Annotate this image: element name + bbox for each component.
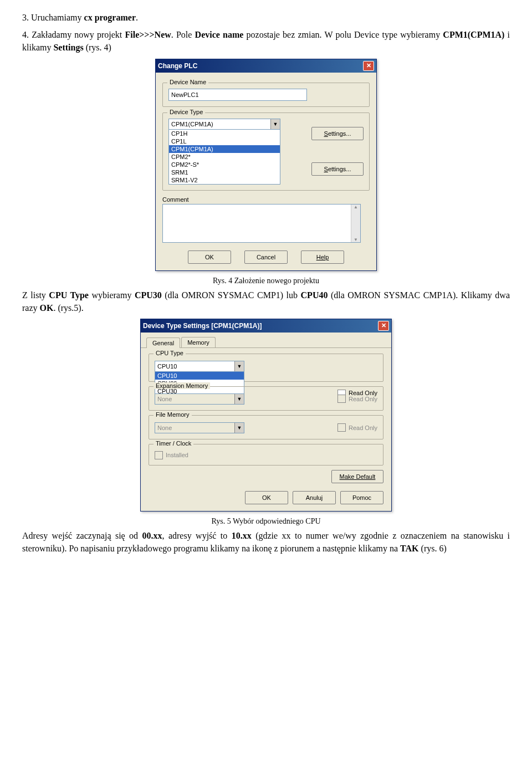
text: (dla OMRON SYSMAC CMP1) lub — [162, 290, 301, 300]
installed-checkbox — [155, 451, 163, 459]
ok-button[interactable]: OK — [188, 250, 231, 264]
list-item[interactable]: CP1H — [169, 130, 280, 137]
bold-text: 00.xx — [142, 531, 162, 540]
bold-text: TAK — [400, 544, 418, 553]
list-item[interactable]: SRM1 — [169, 168, 280, 176]
checkbox-label: Read Only — [349, 425, 377, 431]
read-only-checkbox-file — [337, 423, 346, 432]
group-label: Device Type — [167, 109, 205, 115]
device-type-group: Device Type CPM1(CPM1A) ▼ CP1H CP1L CPM1… — [162, 112, 370, 191]
text: . (rys.5). — [53, 303, 83, 313]
close-icon[interactable]: ✕ — [363, 61, 374, 71]
expansion-memory-group: Expansion Memory None ▼ Read Only — [149, 386, 383, 411]
scroll-down-icon: ▼ — [354, 237, 358, 242]
comment-label: Comment — [162, 196, 370, 203]
ok-button[interactable]: OK — [245, 491, 288, 504]
tab-general[interactable]: General — [146, 337, 180, 348]
group-label: Expansion Memory — [154, 382, 210, 389]
bold-text: Settings — [53, 43, 83, 52]
document-body: 3. Uruchamiamy cx programer. 4. Zakładam… — [22, 11, 510, 54]
checkbox-label: Installed — [166, 452, 188, 458]
dropdown-value: CPM1(CPM1A) — [169, 119, 270, 129]
paragraph-step4: 4. Zakładamy nowy projekt File>>>New. Po… — [22, 28, 510, 54]
figure-5-caption: Rys. 5 Wybór odpowiedniego CPU — [22, 517, 510, 526]
titlebar: Change PLC ✕ — [156, 59, 376, 73]
bold-text: CPU Type — [49, 290, 89, 300]
make-default-button[interactable]: Make Default — [331, 470, 383, 483]
cancel-button[interactable]: Cancel — [244, 250, 288, 264]
scroll-up-icon: ▲ — [354, 204, 358, 209]
close-icon[interactable]: ✕ — [378, 321, 389, 331]
list-item[interactable]: CPM1(CPM1A) — [169, 145, 280, 153]
text: Adresy wejść zaczynają się od — [22, 531, 142, 540]
text: (rys. 4) — [84, 43, 111, 52]
chevron-down-icon: ▼ — [270, 119, 280, 129]
timer-clock-group: Timer / Clock Installed — [149, 444, 383, 466]
paragraph-mid: Z listy CPU Type wybieramy CPU30 (dla OM… — [22, 289, 510, 314]
help-button[interactable]: Help — [301, 250, 344, 264]
bold-text: Device name — [195, 30, 244, 39]
text: , adresy wyjść to — [162, 531, 232, 540]
bold-text: CPU40 — [301, 290, 328, 300]
device-name-input[interactable] — [168, 89, 307, 101]
file-memory-group: File Memory None ▼ Read Only — [149, 415, 383, 439]
text: wybieramy — [89, 290, 135, 300]
file-memory-dropdown: None ▼ — [155, 422, 244, 433]
paragraph-step3: 3. Uruchamiamy cx programer. — [22, 11, 510, 24]
text: 3. Uruchamiamy — [22, 13, 84, 22]
checkbox-label: Read Only — [349, 396, 377, 402]
text: pozostaje bez zmian. W polu Device type … — [243, 30, 443, 39]
text: . — [136, 13, 138, 22]
button-label: Settings... — [324, 166, 351, 172]
device-name-group: Device Name — [162, 83, 370, 107]
bold-text: CPU30 — [135, 290, 162, 300]
group-label: File Memory — [154, 411, 192, 418]
comment-textarea[interactable]: ▲ ▼ — [162, 204, 361, 243]
tab-strip: General Memory — [141, 333, 391, 348]
device-type-listbox[interactable]: CP1H CP1L CPM1(CPM1A) CPM2* CPM2*-S* SRM… — [168, 130, 280, 185]
button-label: Settings... — [324, 130, 351, 137]
list-item[interactable]: CPM2* — [169, 153, 280, 161]
group-label: CPU Type — [154, 350, 186, 356]
figure-4-caption: Rys. 4 Założenie nowego projektu — [22, 277, 510, 285]
cpu-type-group: CPU Type CPU10 ▼ CPU10 CPU20 CPU30 CPU40 — [149, 354, 383, 382]
text: . Pole — [171, 30, 195, 39]
bold-text: File>>>New — [125, 30, 171, 39]
list-item[interactable]: SRM1-V2 — [169, 176, 280, 184]
device-type-settings-button[interactable]: Settings... — [311, 127, 364, 140]
change-plc-dialog: Change PLC ✕ Device Name Device Type CPM… — [155, 59, 377, 271]
text: (rys. 6) — [419, 544, 447, 553]
titlebar: Device Type Settings [CPM1(CPM1A)] ✕ — [141, 319, 391, 333]
group-label: Device Name — [167, 79, 208, 85]
dropdown-value: None — [155, 423, 234, 433]
paragraph-addresses: Adresy wejść zaczynają się od 00.xx, adr… — [22, 529, 510, 555]
network-settings-button[interactable]: Settings... — [311, 162, 364, 176]
text: Z listy — [22, 290, 49, 300]
help-button[interactable]: Pomoc — [340, 491, 383, 504]
window-title: Device Type Settings [CPM1(CPM1A)] — [143, 322, 262, 330]
list-item[interactable]: CPM2*-S* — [169, 161, 280, 168]
device-type-settings-dialog: Device Type Settings [CPM1(CPM1A)] ✕ Gen… — [140, 319, 392, 512]
bold-text: CPM1(CPM1A) — [443, 30, 504, 39]
dropdown-value: None — [155, 394, 234, 404]
bold-text: cx programer — [84, 13, 136, 22]
chevron-down-icon: ▼ — [234, 423, 244, 433]
window-title: Change PLC — [158, 62, 197, 70]
bold-text: 10.xx — [232, 531, 252, 540]
scrollbar[interactable]: ▲ ▼ — [351, 204, 360, 242]
expansion-memory-dropdown: None ▼ — [155, 393, 244, 405]
chevron-down-icon: ▼ — [234, 394, 244, 404]
tab-memory[interactable]: Memory — [181, 337, 216, 347]
read-only-checkbox-expansion — [337, 395, 346, 403]
text: 4. Zakładamy nowy projekt — [22, 30, 125, 39]
cancel-button[interactable]: Anuluj — [293, 491, 336, 504]
group-label: Timer / Clock — [154, 440, 193, 447]
button-label: Help — [316, 254, 329, 260]
device-type-dropdown[interactable]: CPM1(CPM1A) ▼ — [168, 119, 280, 130]
list-item[interactable]: CP1L — [169, 137, 280, 145]
bold-text: OK — [40, 303, 54, 313]
